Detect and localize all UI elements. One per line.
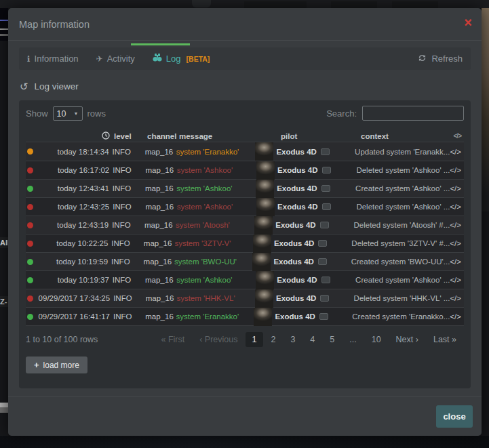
table-row[interactable]: today 16:17:02 INFO map_16 system 'Ashko…: [26, 161, 464, 179]
log-level: INFO: [113, 184, 145, 192]
log-time: today 16:17:02: [46, 166, 113, 174]
log-context: Created system 'Ashkoo' ...: [355, 184, 450, 192]
plane-icon: ✈: [96, 54, 103, 64]
tab-log[interactable]: Log [BETA]: [153, 54, 210, 64]
close-icon[interactable]: ×: [464, 16, 472, 29]
status-dot-icon: [27, 277, 33, 283]
table-row[interactable]: today 10:19:37 INFO map_16 system 'Ashko…: [26, 270, 464, 289]
plus-icon: +: [34, 360, 39, 370]
pilot-name: Exodus 4D: [276, 148, 316, 156]
log-level: INFO: [113, 166, 145, 174]
page-button-1[interactable]: 1: [246, 332, 264, 347]
log-channel: map_16: [145, 148, 176, 156]
page-size-select[interactable]: 10 ▼: [53, 106, 83, 121]
log-context: Created system 'Ashkoo' ...: [355, 276, 450, 284]
refresh-button[interactable]: Refresh: [418, 54, 463, 64]
code-icon[interactable]: </>: [450, 276, 461, 284]
log-time: today 10:19:37: [45, 276, 112, 284]
page-last-button[interactable]: Last »: [426, 333, 464, 346]
table-row[interactable]: 09/29/2017 16:41:17 INFO map_16 system '…: [26, 307, 464, 325]
search-input[interactable]: [362, 106, 464, 121]
column-header-message[interactable]: message: [179, 132, 260, 140]
column-header-pilot[interactable]: pilot: [278, 132, 361, 140]
log-time: 09/29/2017 16:41:17: [45, 312, 113, 321]
log-channel: map_16: [144, 221, 176, 229]
code-icon[interactable]: </>: [450, 312, 461, 321]
refresh-icon: [418, 54, 427, 64]
log-time: 09/29/2017 17:34:25: [45, 294, 113, 302]
column-header-level[interactable]: level: [114, 132, 147, 140]
page-previous-button[interactable]: ‹ Previous: [192, 333, 245, 346]
log-level: INFO: [111, 239, 144, 247]
log-message: system 'BWO-UU': [174, 258, 252, 266]
table-header-row: level channel message pilot context </>: [26, 130, 464, 142]
id-card-icon: [319, 313, 328, 320]
search-control: Search:: [326, 106, 464, 121]
table-row[interactable]: today 18:14:34 INFO map_16 system 'Erana…: [26, 142, 464, 161]
id-card-icon: [322, 167, 331, 174]
table-row[interactable]: today 10:19:59 INFO map_16 system 'BWO-U…: [26, 252, 464, 270]
log-table-panel: Show 10 ▼ rows Search: level channel mes…: [19, 100, 471, 388]
code-icon[interactable]: </>: [450, 184, 461, 192]
table-row[interactable]: today 12:43:41 INFO map_16 system 'Ashko…: [26, 179, 464, 197]
log-channel: map_16: [144, 258, 175, 266]
code-icon[interactable]: </>: [450, 203, 461, 211]
background-portrait-image: [482, 8, 489, 211]
status-dot-icon: [27, 186, 33, 192]
tab-information[interactable]: ℹ Information: [27, 54, 79, 64]
page-button-10[interactable]: 10: [364, 333, 389, 346]
pilot-name: Exodus 4D: [275, 312, 315, 321]
load-more-button[interactable]: + load more: [26, 357, 87, 373]
table-row[interactable]: today 12:43:25 INFO map_16 system 'Ashko…: [26, 197, 464, 216]
table-row[interactable]: today 10:22:25 INFO map_16 system '3ZTV-…: [26, 234, 464, 252]
background-menu-box: [392, 1, 438, 8]
page-size-control: Show 10 ▼ rows: [26, 106, 106, 121]
tab-log-label: Log: [166, 54, 181, 64]
table-body: today 18:14:34 INFO map_16 system 'Erana…: [26, 142, 464, 326]
code-icon[interactable]: </>: [450, 239, 461, 247]
log-context: Deleted system '3ZTV-V' #...: [351, 239, 450, 247]
log-channel: map_16: [145, 276, 176, 284]
column-header-time[interactable]: [26, 131, 114, 141]
column-header-context[interactable]: context </>: [361, 132, 464, 140]
pilot-name: Exodus 4D: [276, 294, 316, 302]
background-map-line: [0, 34, 8, 36]
page-next-button[interactable]: Next ›: [389, 333, 426, 346]
pilot-name: Exodus 4D: [274, 239, 314, 247]
background-system-label: Alli: [0, 237, 8, 248]
log-viewer-heading: ↺ Log viewer: [20, 81, 79, 91]
log-channel: map_16: [146, 294, 177, 302]
status-dot-icon: [27, 148, 33, 155]
page-button-2[interactable]: 2: [263, 333, 283, 346]
log-message: system 'HHK-VL': [176, 294, 255, 302]
page-first-button[interactable]: « First: [153, 333, 192, 346]
code-icon[interactable]: </>: [450, 221, 461, 229]
id-card-icon: [320, 295, 329, 302]
table-row[interactable]: 09/29/2017 17:34:25 INFO map_16 system '…: [26, 289, 464, 307]
beta-badge: [BETA]: [187, 55, 210, 63]
dialog-title: Map information: [19, 19, 90, 30]
id-card-icon: [318, 258, 327, 265]
code-icon[interactable]: </>: [450, 148, 461, 156]
page-button-5[interactable]: ...: [342, 333, 364, 346]
background-bar: [0, 407, 8, 413]
background-map-line: [0, 28, 8, 30]
log-viewer-title: Log viewer: [35, 81, 79, 91]
chevron-down-icon: ▼: [74, 111, 79, 116]
pilot-avatar: [256, 198, 275, 216]
code-icon[interactable]: </>: [450, 258, 461, 266]
status-dot-icon: [27, 167, 33, 174]
close-button[interactable]: close: [436, 405, 473, 428]
log-time: today 18:14:34: [45, 148, 112, 156]
page-button-3[interactable]: 3: [283, 333, 302, 346]
table-row[interactable]: today 12:43:19 INFO map_16 system 'Atoos…: [26, 216, 464, 234]
column-header-channel[interactable]: channel: [147, 132, 179, 140]
log-time: today 10:22:25: [45, 239, 111, 247]
pilot-avatar: [254, 308, 272, 326]
code-icon[interactable]: </>: [450, 166, 461, 174]
pilot-avatar: [255, 289, 273, 308]
page-button-4[interactable]: 4: [302, 333, 322, 346]
code-icon[interactable]: </>: [450, 294, 461, 302]
id-card-icon: [321, 185, 330, 192]
tab-activity[interactable]: ✈ Activity: [96, 54, 135, 64]
